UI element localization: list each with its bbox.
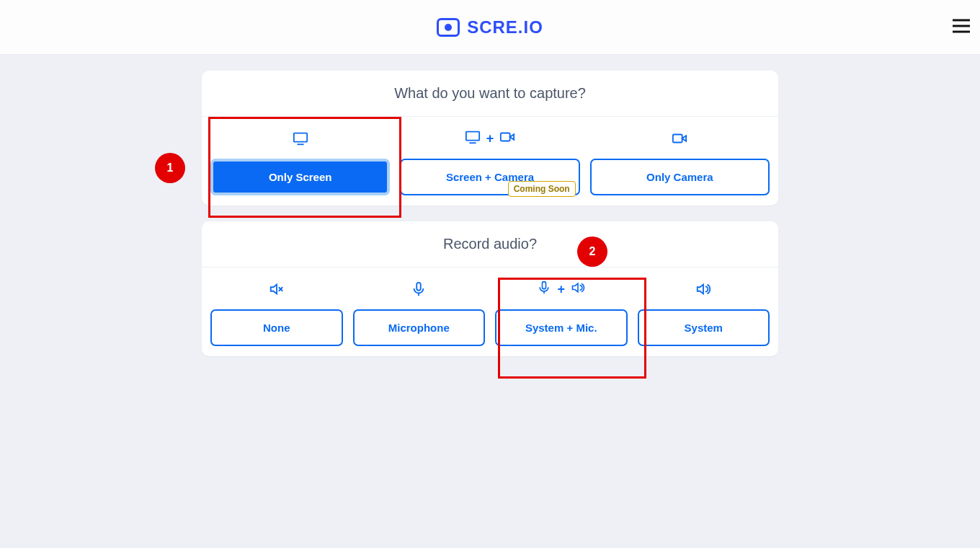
audio-system-mic-button[interactable]: System + Mic. [495,309,628,346]
logo-camera-icon [437,18,460,37]
hamburger-menu-icon[interactable] [950,14,973,40]
audio-card: Record audio? None [202,221,778,356]
camera-icon [499,129,515,148]
svg-marker-11 [271,285,277,294]
screen-icon [465,129,481,148]
svg-rect-5 [466,132,479,141]
option-only-screen: Only Screen [210,127,390,195]
capture-title: What do you want to capture? [202,71,778,117]
speaker-icon [571,280,585,298]
screen-icon [293,127,308,150]
svg-marker-19 [698,285,703,294]
audio-system-button[interactable]: System [638,309,770,346]
capture-card: What do you want to capture? Only Screen [202,71,778,206]
svg-rect-7 [501,133,510,141]
coming-soon-badge: Coming Soon [508,181,576,197]
only-camera-button[interactable]: Only Camera [590,159,770,195]
svg-rect-16 [543,282,546,289]
microphone-icon [537,280,551,298]
svg-rect-9 [673,135,682,143]
brand-logo[interactable]: SCRE.IO [437,17,543,37]
option-audio-mic: Microphone [353,278,486,346]
annotation-number-1: 1 [155,153,185,183]
svg-rect-3 [293,133,306,142]
option-audio-system: System [638,278,770,346]
mute-icon [269,278,285,301]
option-audio-system-mic: + System + Mic. [495,278,628,346]
microphone-icon [411,278,427,301]
only-screen-button[interactable]: Only Screen [210,159,390,195]
svg-rect-14 [417,283,422,291]
svg-marker-18 [573,283,579,292]
camera-icon [672,127,687,150]
brand-text: SCRE.IO [467,17,543,37]
annotation-number-2: 2 [577,237,607,267]
audio-title: Record audio? [202,221,778,268]
audio-none-button[interactable]: None [210,309,343,346]
plus-icon: + [486,131,494,146]
option-audio-none: None [210,278,343,346]
plus-icon: + [557,282,565,297]
speaker-icon [695,278,711,301]
audio-mic-button[interactable]: Microphone [353,309,486,346]
option-only-camera: Only Camera [590,127,770,195]
header: SCRE.IO [0,0,980,55]
option-screen-camera: + Screen + Camera Coming Soon [400,127,579,195]
